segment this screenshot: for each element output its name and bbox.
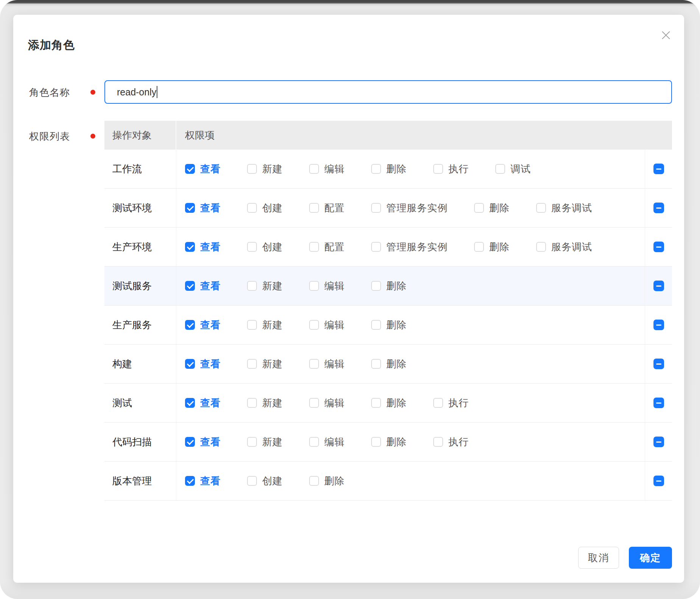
checkbox-checked-icon[interactable] bbox=[185, 359, 195, 369]
permission-checkbox-item[interactable]: 新建 bbox=[247, 396, 283, 410]
close-button[interactable] bbox=[658, 27, 674, 44]
permission-checkbox-item[interactable]: 删除 bbox=[309, 474, 345, 488]
remove-row-button[interactable] bbox=[653, 437, 664, 447]
checkbox-unchecked-icon[interactable] bbox=[371, 242, 381, 252]
checkbox-checked-icon[interactable] bbox=[185, 320, 195, 330]
checkbox-unchecked-icon[interactable] bbox=[495, 164, 505, 174]
remove-row-button[interactable] bbox=[653, 203, 664, 213]
checkbox-unchecked-icon[interactable] bbox=[309, 242, 319, 252]
permission-checkbox-item[interactable]: 新建 bbox=[247, 357, 283, 371]
checkbox-unchecked-icon[interactable] bbox=[309, 281, 319, 291]
permission-checkbox-item[interactable]: 执行 bbox=[433, 396, 469, 410]
minus-icon bbox=[656, 207, 661, 209]
permission-checkbox-item[interactable]: 删除 bbox=[371, 162, 407, 176]
permission-checkbox-item[interactable]: 编辑 bbox=[309, 318, 345, 332]
permission-checkbox-item[interactable]: 删除 bbox=[371, 396, 407, 410]
permission-checkbox-item[interactable]: 配置 bbox=[309, 240, 345, 254]
remove-row-button[interactable] bbox=[653, 476, 664, 486]
permission-checkbox-item[interactable]: 编辑 bbox=[309, 435, 345, 449]
checkbox-unchecked-icon[interactable] bbox=[433, 437, 443, 447]
checkbox-checked-icon[interactable] bbox=[185, 203, 195, 213]
checkbox-unchecked-icon[interactable] bbox=[433, 398, 443, 408]
permission-checkbox-item[interactable]: 查看 bbox=[185, 240, 221, 254]
checkbox-unchecked-icon[interactable] bbox=[247, 359, 257, 369]
permission-checkbox-item[interactable]: 编辑 bbox=[309, 279, 345, 293]
permission-checkbox-item[interactable]: 服务调试 bbox=[536, 201, 592, 215]
remove-row-button[interactable] bbox=[653, 281, 664, 291]
permission-checkbox-item[interactable]: 查看 bbox=[185, 357, 221, 371]
checkbox-unchecked-icon[interactable] bbox=[371, 359, 381, 369]
permission-checkbox-item[interactable]: 查看 bbox=[185, 396, 221, 410]
checkbox-checked-icon[interactable] bbox=[185, 242, 195, 252]
checkbox-unchecked-icon[interactable] bbox=[309, 164, 319, 174]
checkbox-unchecked-icon[interactable] bbox=[247, 164, 257, 174]
permission-checkbox-item[interactable]: 查看 bbox=[185, 162, 221, 176]
permission-checkbox-item[interactable]: 新建 bbox=[247, 279, 283, 293]
checkbox-unchecked-icon[interactable] bbox=[247, 320, 257, 330]
permission-checkbox-item[interactable]: 执行 bbox=[433, 162, 469, 176]
checkbox-unchecked-icon[interactable] bbox=[247, 281, 257, 291]
checkbox-unchecked-icon[interactable] bbox=[309, 476, 319, 486]
confirm-button[interactable]: 确定 bbox=[629, 547, 672, 569]
checkbox-unchecked-icon[interactable] bbox=[474, 242, 484, 252]
checkbox-unchecked-icon[interactable] bbox=[247, 242, 257, 252]
checkbox-checked-icon[interactable] bbox=[185, 437, 195, 447]
permission-checkbox-item[interactable]: 查看 bbox=[185, 279, 221, 293]
remove-row-button[interactable] bbox=[653, 398, 664, 408]
permission-checkbox-item[interactable]: 删除 bbox=[371, 357, 407, 371]
remove-row-button[interactable] bbox=[653, 164, 664, 174]
permission-checkbox-item[interactable]: 执行 bbox=[433, 435, 469, 449]
checkbox-unchecked-icon[interactable] bbox=[309, 203, 319, 213]
checkbox-unchecked-icon[interactable] bbox=[536, 203, 546, 213]
permission-checkbox-item[interactable]: 编辑 bbox=[309, 396, 345, 410]
permission-checkbox-item[interactable]: 查看 bbox=[185, 474, 221, 488]
permission-checkbox-item[interactable]: 删除 bbox=[371, 435, 407, 449]
checkbox-unchecked-icon[interactable] bbox=[309, 320, 319, 330]
checkbox-unchecked-icon[interactable] bbox=[247, 203, 257, 213]
permission-checkbox-item[interactable]: 新建 bbox=[247, 318, 283, 332]
checkbox-unchecked-icon[interactable] bbox=[371, 437, 381, 447]
permission-checkbox-item[interactable]: 编辑 bbox=[309, 162, 345, 176]
checkbox-unchecked-icon[interactable] bbox=[474, 203, 484, 213]
permission-checkbox-item[interactable]: 管理服务实例 bbox=[371, 240, 448, 254]
permission-checkbox-item[interactable]: 创建 bbox=[247, 240, 283, 254]
permission-checkbox-item[interactable]: 查看 bbox=[185, 318, 221, 332]
checkbox-unchecked-icon[interactable] bbox=[247, 476, 257, 486]
checkbox-unchecked-icon[interactable] bbox=[371, 164, 381, 174]
permission-checkbox-item[interactable]: 删除 bbox=[474, 201, 510, 215]
remove-row-button[interactable] bbox=[653, 359, 664, 369]
permission-checkbox-item[interactable]: 编辑 bbox=[309, 357, 345, 371]
permission-checkbox-item[interactable]: 管理服务实例 bbox=[371, 201, 448, 215]
permission-checkbox-item[interactable]: 删除 bbox=[371, 318, 407, 332]
permission-checkbox-item[interactable]: 服务调试 bbox=[536, 240, 592, 254]
permission-checkbox-item[interactable]: 查看 bbox=[185, 435, 221, 449]
checkbox-unchecked-icon[interactable] bbox=[371, 398, 381, 408]
permission-checkbox-item[interactable]: 新建 bbox=[247, 162, 283, 176]
checkbox-unchecked-icon[interactable] bbox=[309, 398, 319, 408]
checkbox-checked-icon[interactable] bbox=[185, 281, 195, 291]
checkbox-unchecked-icon[interactable] bbox=[247, 398, 257, 408]
permission-checkbox-item[interactable]: 删除 bbox=[371, 279, 407, 293]
checkbox-unchecked-icon[interactable] bbox=[433, 164, 443, 174]
checkbox-unchecked-icon[interactable] bbox=[371, 281, 381, 291]
checkbox-unchecked-icon[interactable] bbox=[309, 359, 319, 369]
checkbox-unchecked-icon[interactable] bbox=[536, 242, 546, 252]
permission-checkbox-item[interactable]: 配置 bbox=[309, 201, 345, 215]
checkbox-checked-icon[interactable] bbox=[185, 398, 195, 408]
role-name-input[interactable]: read-only bbox=[104, 80, 672, 104]
permission-checkbox-item[interactable]: 删除 bbox=[474, 240, 510, 254]
checkbox-checked-icon[interactable] bbox=[185, 164, 195, 174]
checkbox-checked-icon[interactable] bbox=[185, 476, 195, 486]
remove-row-button[interactable] bbox=[653, 320, 664, 330]
checkbox-unchecked-icon[interactable] bbox=[371, 203, 381, 213]
checkbox-unchecked-icon[interactable] bbox=[247, 437, 257, 447]
remove-row-button[interactable] bbox=[653, 242, 664, 252]
permission-checkbox-item[interactable]: 查看 bbox=[185, 201, 221, 215]
cancel-button[interactable]: 取消 bbox=[578, 547, 619, 569]
permission-checkbox-item[interactable]: 创建 bbox=[247, 201, 283, 215]
permission-checkbox-item[interactable]: 新建 bbox=[247, 435, 283, 449]
permission-checkbox-item[interactable]: 调试 bbox=[495, 162, 531, 176]
permission-checkbox-item[interactable]: 创建 bbox=[247, 474, 283, 488]
checkbox-unchecked-icon[interactable] bbox=[309, 437, 319, 447]
checkbox-unchecked-icon[interactable] bbox=[371, 320, 381, 330]
